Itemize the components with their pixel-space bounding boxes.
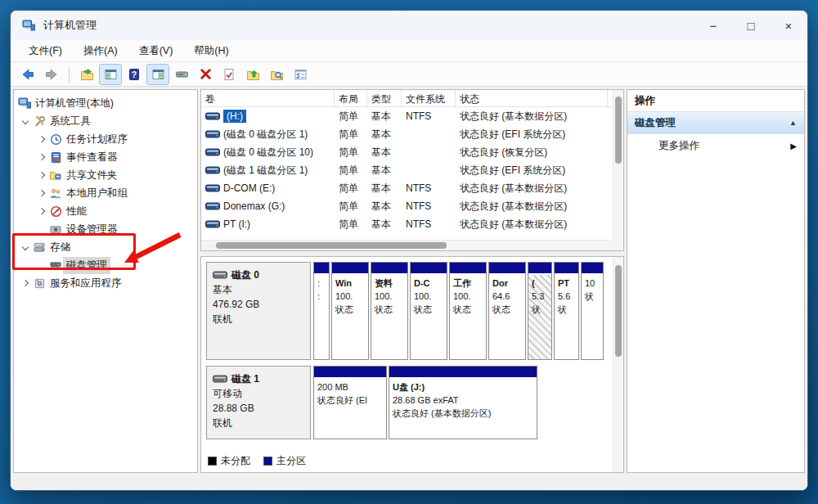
back-button[interactable] [17,65,38,84]
window-title: 计算机管理 [43,18,97,33]
volume-row[interactable]: (磁盘 0 磁盘分区 10)简单基本状态良好 (恢复分区) [201,143,613,161]
partition[interactable]: PT5.6状 [554,262,579,360]
partition[interactable]: D-C100.状态 [410,262,447,360]
main-area: 计算机管理(本地)系统工具任务计划程序事件查看器共享文件夹本地用户和组性能设备管… [11,87,807,475]
partition[interactable]: 工作100.状态 [449,262,487,360]
disk-info[interactable]: 磁盘 0基本476.92 GB联机 [206,262,311,360]
volume-status: 状态良好 (基本数据分区) [456,218,608,232]
volume-row[interactable]: Donemax (G:)简单基本NTFS状态良好 (基本数据分区) [201,197,613,215]
partition[interactable]: Win100.状态 [331,262,369,360]
checklist-icon [294,68,308,81]
volume-row[interactable]: (磁盘 0 磁盘分区 1)简单基本状态良好 (EFI 系统分区) [201,125,613,143]
legend-swatch [208,457,217,466]
primary-partition-strip [528,263,551,275]
folder-up-button[interactable] [242,65,263,84]
volume-list-horizontal-scrollbar[interactable] [201,240,613,250]
tree-item-系统工具[interactable]: 系统工具 [14,112,197,130]
computer-management-window: 计算机管理 − □ × 文件(F)操作(A)查看(V)帮助(H) ? 计算机管理… [10,10,808,491]
tree-item-任务计划程序[interactable]: 任务计划程序 [14,130,197,148]
primary-partition-strip [582,263,603,275]
maximize-button[interactable]: □ [732,11,770,40]
forward-button[interactable] [41,65,62,84]
scrollbar-thumb[interactable] [216,242,447,249]
volume-row[interactable]: (H:)简单基本NTFS状态良好 (基本数据分区) [201,107,613,125]
tree-item-设备管理器[interactable]: 设备管理器 [14,220,197,238]
disk-prop: 28.88 GB [213,401,304,416]
menu-item-0[interactable]: 文件(F) [20,42,70,61]
disk-icon [213,271,227,279]
close-button[interactable]: × [770,11,807,40]
volume-name: Donemax (G:) [223,200,285,212]
performance-icon [50,205,62,218]
partition[interactable]: Dor64.6状态 [488,262,526,360]
tree-item-存储[interactable]: 存储 [14,238,197,256]
tree-expander-icon[interactable] [19,119,32,124]
scrollbar-thumb[interactable] [615,97,622,164]
help-button[interactable]: ? [124,65,145,84]
actions-section-disk-management[interactable]: 磁盘管理 ▲ [627,112,804,134]
tree-expander-icon[interactable] [19,245,32,250]
collapse-icon[interactable]: ▲ [789,119,797,127]
checklist-button[interactable] [290,65,311,84]
volume-row[interactable]: (磁盘 1 磁盘分区 1)简单基本状态良好 (EFI 系统分区) [201,161,613,179]
console-tree-toggle-button[interactable] [100,65,121,84]
volume-type: 基本 [367,110,402,124]
menu-item-2[interactable]: 查看(V) [131,42,182,61]
partition[interactable]: :: [313,262,330,360]
primary-partition-strip [489,263,525,275]
drive-tool-button[interactable] [171,65,192,84]
tree-item-计算机管理(本地)[interactable]: 计算机管理(本地) [14,94,197,112]
partition[interactable]: 10状 [581,262,604,360]
tree-item-本地用户和组[interactable]: 本地用户和组 [14,184,197,202]
column-header-布局[interactable]: 布局 [335,90,367,106]
tree-expander-icon[interactable] [35,137,48,142]
partition-selected[interactable]: (5.3状 [528,262,552,360]
partition[interactable]: 资料100.状态 [371,262,408,360]
legend-swatch [263,457,272,466]
menu-item-3[interactable]: 帮助(H) [186,42,236,61]
volume-row[interactable]: PT (I:)简单基本NTFS状态良好 (基本数据分区) [201,215,613,233]
column-header-状态[interactable]: 状态 [456,90,608,106]
tree-expander-icon[interactable] [35,191,48,196]
legend-item: 主分区 [263,454,306,468]
volume-row[interactable]: D-COM (E:)简单基本NTFS状态良好 (基本数据分区) [201,179,613,197]
minimize-button[interactable]: − [694,11,732,40]
tree-item-事件查看器[interactable]: 事件查看器 [14,148,197,166]
tree-item-性能[interactable]: 性能 [14,202,197,220]
scrollbar-thumb[interactable] [615,265,622,357]
column-header-类型[interactable]: 类型 [367,90,402,106]
primary-partition-strip [332,263,368,275]
tree-expander-icon[interactable] [19,281,32,286]
action-pane-toggle-button[interactable] [147,65,169,84]
tree-expander-icon[interactable] [35,155,48,160]
tree-item-label: 性能 [63,203,90,220]
partition[interactable]: U盘 (J:)28.68 GB exFAT状态良好 (基本数据分区) [389,366,537,439]
export-folder-button[interactable] [76,65,97,84]
column-header-卷[interactable]: 卷 [201,90,335,106]
disk-pane-vertical-scrollbar[interactable] [613,257,623,472]
menu-item-1[interactable]: 操作(A) [75,42,126,61]
delete-button[interactable] [195,65,216,84]
column-header-文件系统[interactable]: 文件系统 [402,90,456,106]
actions-panel: 操作 磁盘管理 ▲ 更多操作 ▶ [627,89,805,473]
volume-list-vertical-scrollbar[interactable] [613,90,623,240]
volume-icon [205,184,220,192]
window-controls: − □ × [694,11,807,40]
disk-management-icon [49,259,62,271]
disk-info[interactable]: 磁盘 1可移动28.88 GB联机 [206,366,311,439]
tree-expander-icon[interactable] [35,209,48,214]
volume-name: (磁盘 0 磁盘分区 1) [223,128,308,142]
tree-item-磁盘管理[interactable]: 磁盘管理 [14,256,197,274]
tree-item-服务和应用程序[interactable]: 服务和应用程序 [14,274,197,292]
event-viewer-icon [50,151,62,164]
tree-item-共享文件夹[interactable]: 共享文件夹 [14,166,197,184]
volume-status: 状态良好 (EFI 系统分区) [456,128,608,142]
more-actions-item[interactable]: 更多操作 ▶ [627,134,804,157]
users-icon [49,187,62,200]
folder-search-button[interactable] [266,65,287,84]
tree-item-label: 磁盘管理 [63,257,110,274]
tree-expander-icon[interactable] [35,173,48,178]
partition[interactable]: 200 MB状态良好 (EI [313,366,387,439]
properties-check-button[interactable] [218,65,240,84]
volume-fs: NTFS [402,182,456,194]
